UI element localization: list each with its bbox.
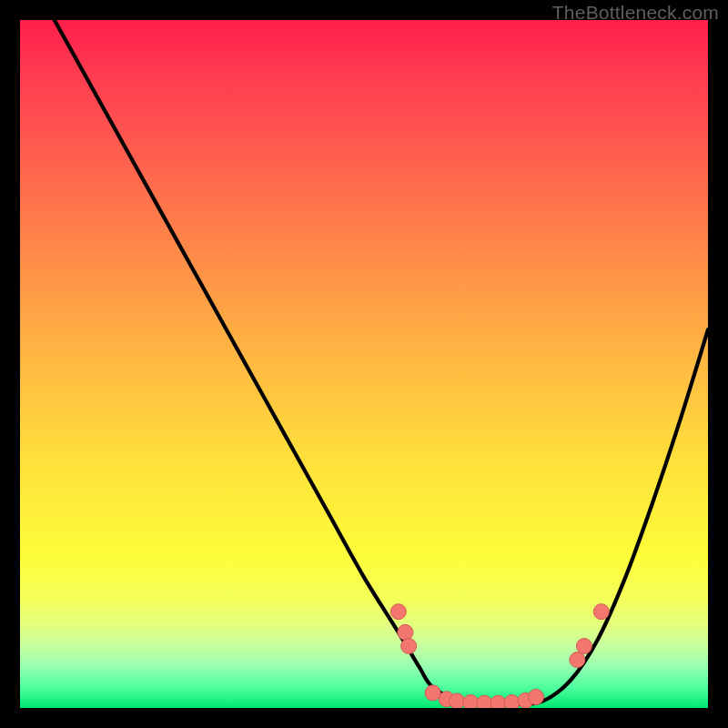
curve-marker xyxy=(463,694,479,708)
curve-marker xyxy=(398,624,413,640)
curve-marker xyxy=(490,695,506,708)
curve-marker xyxy=(504,694,520,708)
chart-frame: TheBottleneck.com xyxy=(0,0,728,728)
plot-area xyxy=(20,20,708,708)
bottleneck-curve xyxy=(20,20,708,708)
watermark-text: TheBottleneck.com xyxy=(552,2,719,24)
curve-marker xyxy=(477,695,492,708)
curve-marker xyxy=(576,638,592,653)
curve-marker xyxy=(390,604,406,620)
curve-marker xyxy=(593,604,609,620)
curve-line xyxy=(55,20,708,705)
curve-marker xyxy=(450,693,465,708)
curve-marker xyxy=(425,685,440,701)
curve-marker xyxy=(529,689,544,704)
curve-marker xyxy=(570,652,585,668)
curve-markers xyxy=(390,604,609,708)
curve-marker xyxy=(401,638,417,653)
